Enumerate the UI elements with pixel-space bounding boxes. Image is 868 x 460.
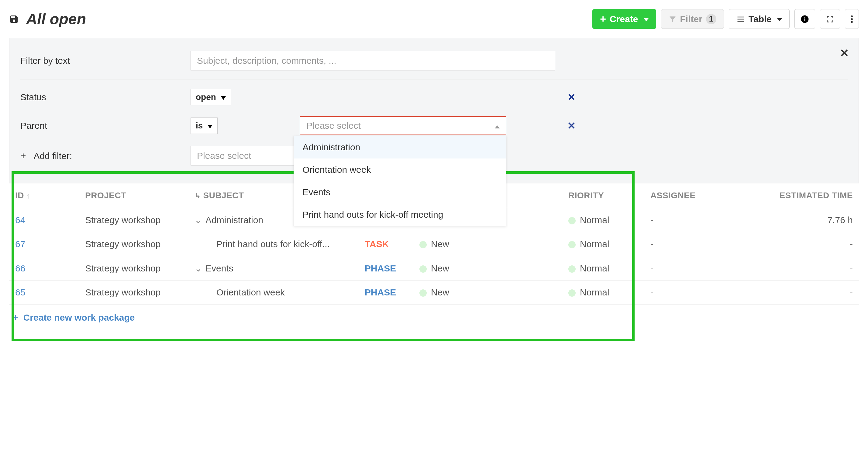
status-select[interactable]: open [191, 89, 231, 105]
fullscreen-button[interactable] [820, 9, 840, 29]
cell-assignee: - [644, 256, 757, 281]
remove-parent-filter[interactable]: ✕ [567, 120, 576, 131]
cell-priority: Normal [562, 256, 644, 281]
dropdown-option[interactable]: Events [294, 181, 506, 203]
cell-id[interactable]: 66 [9, 256, 79, 281]
cell-estimated: 7.76 h [757, 208, 859, 232]
fullscreen-icon [826, 15, 834, 23]
filter-panel: ✕ Filter by text Status open ✕ Parent is [9, 38, 859, 184]
chevron-down-icon [221, 92, 226, 102]
filter-parent-label: Parent [20, 121, 191, 131]
create-button[interactable]: + Create [592, 9, 656, 29]
filter-label: Filter [680, 14, 702, 24]
cell-priority: Normal [562, 232, 644, 256]
chevron-down-icon [775, 14, 782, 24]
priority-dot [568, 289, 576, 297]
filter-icon [669, 15, 677, 23]
cell-status: New [420, 263, 480, 273]
parent-operator-select[interactable]: is [191, 118, 218, 134]
toolbar: + Create Filter 1 Table i [592, 9, 859, 29]
remove-status-filter[interactable]: ✕ [567, 91, 576, 103]
cell-id[interactable]: 67 [9, 232, 79, 256]
parent-dropdown: Administration Orientation week Events P… [293, 136, 506, 226]
hierarchy-icon: ↳ [194, 192, 201, 200]
filter-row-parent: Parent is Please select Administration O… [20, 111, 848, 140]
create-label: Create [610, 14, 638, 24]
dropdown-option[interactable]: Print hand outs for kick-off meeting [294, 203, 506, 226]
svg-point-3 [851, 18, 853, 20]
col-assignee[interactable]: ASSIGNEE [644, 184, 757, 208]
cell-assignee: - [644, 281, 757, 304]
cell-project: Strategy workshop [79, 281, 188, 304]
cell-status: New [420, 239, 480, 249]
cell-project: Strategy workshop [79, 208, 188, 232]
cell-assignee: - [644, 208, 757, 232]
col-id[interactable]: ID↑ [9, 184, 79, 208]
table-label: Table [749, 14, 772, 24]
cell-subject[interactable]: ⌄EventsPHASENew [188, 256, 562, 281]
view-table-button[interactable]: Table [729, 9, 789, 29]
plus-icon: + [600, 13, 606, 25]
cell-priority: Normal [562, 208, 644, 232]
cell-project: Strategy workshop [79, 232, 188, 256]
create-link-label: Create new work package [23, 313, 135, 323]
type-badge: TASK [365, 239, 389, 249]
cell-status: New [420, 287, 480, 298]
priority-dot [568, 265, 576, 273]
filter-text-label: Filter by text [20, 56, 191, 66]
sort-asc-icon: ↑ [26, 192, 30, 200]
add-filter-label: + Add filter: [20, 150, 191, 162]
parent-operator-value: is [196, 121, 203, 131]
cell-priority: Normal [562, 281, 644, 304]
type-badge: PHASE [365, 263, 396, 273]
dropdown-option[interactable]: Orientation week [294, 159, 506, 181]
expand-icon[interactable]: ⌄ [194, 215, 200, 225]
parent-value-select[interactable]: Please select [300, 116, 506, 135]
more-button[interactable] [845, 9, 859, 29]
table-row[interactable]: 65Strategy workshopOrientation weekPHASE… [9, 281, 859, 304]
filter-text-input[interactable] [191, 51, 555, 70]
kebab-icon [851, 15, 853, 23]
cell-estimated: - [757, 281, 859, 304]
filter-button[interactable]: Filter 1 [661, 9, 724, 29]
col-estimated[interactable]: ESTIMATED TIME [757, 184, 859, 208]
svg-point-4 [851, 21, 853, 23]
cell-project: Strategy workshop [79, 256, 188, 281]
status-dot [420, 241, 427, 249]
plus-icon: + [20, 150, 26, 161]
cell-estimated: - [757, 256, 859, 281]
cell-subject[interactable]: Print hand outs for kick-off...TASKNew [188, 232, 562, 256]
filter-row-status: Status open ✕ [20, 84, 848, 111]
cell-subject[interactable]: Orientation weekPHASENew [188, 281, 562, 304]
save-icon[interactable] [9, 14, 19, 24]
info-button[interactable]: i [795, 9, 815, 29]
svg-text:i: i [804, 16, 806, 22]
table-row[interactable]: 67Strategy workshopPrint hand outs for k… [9, 232, 859, 256]
status-dot [420, 265, 427, 273]
dropdown-option[interactable]: Administration [294, 136, 506, 159]
status-dot [420, 289, 427, 297]
priority-dot [568, 217, 576, 224]
type-badge: PHASE [365, 287, 396, 297]
table-icon [736, 15, 745, 23]
col-project[interactable]: PROJECT [79, 184, 188, 208]
page-header: All open + Create Filter 1 Table i [9, 6, 859, 38]
cell-assignee: - [644, 232, 757, 256]
page-title: All open [26, 10, 86, 28]
cell-id[interactable]: 65 [9, 281, 79, 304]
table-row[interactable]: 66Strategy workshop⌄EventsPHASENewNormal… [9, 256, 859, 281]
status-value: open [196, 92, 216, 102]
create-work-package-link[interactable]: + Create new work package [9, 304, 859, 330]
chevron-down-icon [642, 14, 649, 24]
chevron-down-icon [208, 121, 212, 131]
plus-icon: + [13, 312, 19, 323]
cell-id[interactable]: 64 [9, 208, 79, 232]
svg-point-2 [851, 15, 853, 17]
chevron-up-icon [495, 121, 500, 131]
cell-estimated: - [757, 232, 859, 256]
priority-dot [568, 241, 576, 249]
expand-icon[interactable]: ⌄ [194, 263, 200, 273]
filter-row-text: Filter by text [20, 45, 848, 76]
col-priority[interactable]: RIORITY [562, 184, 644, 208]
close-filter-button[interactable]: ✕ [840, 47, 849, 60]
